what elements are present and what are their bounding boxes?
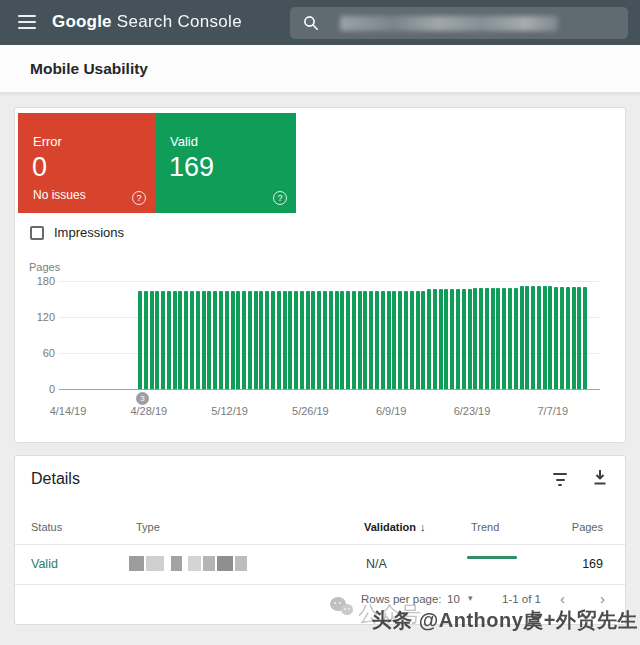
error-card[interactable]: Error 0 No issues ? bbox=[18, 113, 155, 213]
bar[interactable] bbox=[277, 291, 281, 389]
valid-card[interactable]: Valid 169 ? bbox=[155, 113, 296, 213]
bar[interactable] bbox=[554, 287, 558, 389]
bar[interactable] bbox=[150, 291, 154, 389]
url-inspection-search-input[interactable] bbox=[290, 7, 628, 39]
bar[interactable] bbox=[358, 291, 362, 389]
bar[interactable] bbox=[508, 288, 512, 389]
bar[interactable] bbox=[317, 291, 321, 389]
bar[interactable] bbox=[196, 291, 200, 389]
bar[interactable] bbox=[479, 288, 483, 389]
bar[interactable] bbox=[306, 291, 310, 389]
bar[interactable] bbox=[219, 291, 223, 389]
bar[interactable] bbox=[161, 291, 165, 389]
bar[interactable] bbox=[323, 291, 327, 389]
bar[interactable] bbox=[225, 291, 229, 389]
column-header-trend[interactable]: Trend bbox=[471, 521, 499, 533]
bar[interactable] bbox=[502, 288, 506, 389]
bar[interactable] bbox=[375, 291, 379, 389]
bar[interactable] bbox=[352, 291, 356, 389]
bar[interactable] bbox=[155, 291, 159, 389]
bar[interactable] bbox=[404, 291, 408, 389]
bar[interactable] bbox=[525, 286, 529, 389]
bar[interactable] bbox=[560, 287, 564, 389]
bar[interactable] bbox=[300, 291, 304, 389]
bar[interactable] bbox=[462, 289, 466, 389]
menu-icon[interactable] bbox=[18, 15, 36, 29]
bar[interactable] bbox=[144, 291, 148, 389]
bar[interactable] bbox=[468, 289, 472, 389]
bar[interactable] bbox=[202, 291, 206, 389]
bar[interactable] bbox=[288, 291, 292, 389]
bar[interactable] bbox=[335, 291, 339, 389]
help-icon[interactable]: ? bbox=[273, 191, 287, 205]
previous-page-button[interactable]: ‹ bbox=[560, 590, 565, 607]
bar[interactable] bbox=[514, 288, 518, 389]
bar[interactable] bbox=[311, 291, 315, 389]
chart-annotation-badge[interactable]: 3 bbox=[136, 392, 149, 405]
column-header-status[interactable]: Status bbox=[31, 521, 62, 533]
bar[interactable] bbox=[236, 291, 240, 389]
bar[interactable] bbox=[178, 291, 182, 389]
app-logo[interactable]: GoogleSearch Console bbox=[52, 12, 242, 32]
bar[interactable] bbox=[444, 289, 448, 389]
bar[interactable] bbox=[531, 286, 535, 389]
bar[interactable] bbox=[184, 291, 188, 389]
bar[interactable] bbox=[283, 291, 287, 389]
impressions-toggle[interactable]: Impressions bbox=[30, 225, 124, 240]
chevron-down-icon[interactable]: ▾ bbox=[468, 593, 473, 603]
bar[interactable] bbox=[167, 291, 171, 389]
bar[interactable] bbox=[398, 291, 402, 389]
bar[interactable] bbox=[416, 291, 420, 389]
column-header-validation[interactable]: Validation↓ bbox=[364, 521, 425, 533]
bar[interactable] bbox=[496, 288, 500, 389]
bar[interactable] bbox=[439, 289, 443, 389]
bar[interactable] bbox=[491, 288, 495, 389]
bar[interactable] bbox=[485, 288, 489, 389]
bar[interactable] bbox=[173, 291, 177, 389]
bar[interactable] bbox=[381, 291, 385, 389]
column-header-pages[interactable]: Pages bbox=[572, 521, 603, 533]
bar[interactable] bbox=[427, 289, 431, 389]
bar[interactable] bbox=[520, 286, 524, 389]
bar[interactable] bbox=[231, 291, 235, 389]
bar[interactable] bbox=[450, 289, 454, 389]
bar[interactable] bbox=[294, 291, 298, 389]
bar[interactable] bbox=[138, 291, 142, 389]
bar[interactable] bbox=[577, 287, 581, 389]
bar[interactable] bbox=[583, 287, 587, 389]
impressions-checkbox[interactable] bbox=[30, 226, 44, 240]
bar[interactable] bbox=[433, 289, 437, 389]
bar[interactable] bbox=[207, 291, 211, 389]
bar[interactable] bbox=[369, 291, 373, 389]
bar[interactable] bbox=[346, 291, 350, 389]
column-header-type[interactable]: Type bbox=[136, 521, 160, 533]
bar[interactable] bbox=[473, 288, 477, 389]
bar[interactable] bbox=[265, 291, 269, 389]
next-page-button[interactable]: › bbox=[600, 590, 605, 607]
bar[interactable] bbox=[248, 291, 252, 389]
bar[interactable] bbox=[271, 291, 275, 389]
bar[interactable] bbox=[392, 291, 396, 389]
bar[interactable] bbox=[543, 286, 547, 389]
bar[interactable] bbox=[363, 291, 367, 389]
bar[interactable] bbox=[190, 291, 194, 389]
bar[interactable] bbox=[329, 291, 333, 389]
bar[interactable] bbox=[340, 291, 344, 389]
bar[interactable] bbox=[410, 291, 414, 389]
bar[interactable] bbox=[242, 291, 246, 389]
bar[interactable] bbox=[548, 286, 552, 389]
filter-icon[interactable] bbox=[551, 473, 569, 486]
bar[interactable] bbox=[213, 291, 217, 389]
help-icon[interactable]: ? bbox=[132, 191, 146, 205]
bar[interactable] bbox=[572, 287, 576, 389]
status-cards: Error 0 No issues ? Valid 169 ? bbox=[18, 113, 296, 213]
bar[interactable] bbox=[254, 291, 258, 389]
bar[interactable] bbox=[566, 287, 570, 389]
bar[interactable] bbox=[387, 291, 391, 389]
bar[interactable] bbox=[537, 286, 541, 389]
bar[interactable] bbox=[259, 291, 263, 389]
download-icon[interactable] bbox=[592, 469, 608, 490]
bar[interactable] bbox=[456, 289, 460, 389]
rows-per-page-select[interactable]: 10 bbox=[447, 593, 460, 605]
bar[interactable] bbox=[421, 291, 425, 389]
